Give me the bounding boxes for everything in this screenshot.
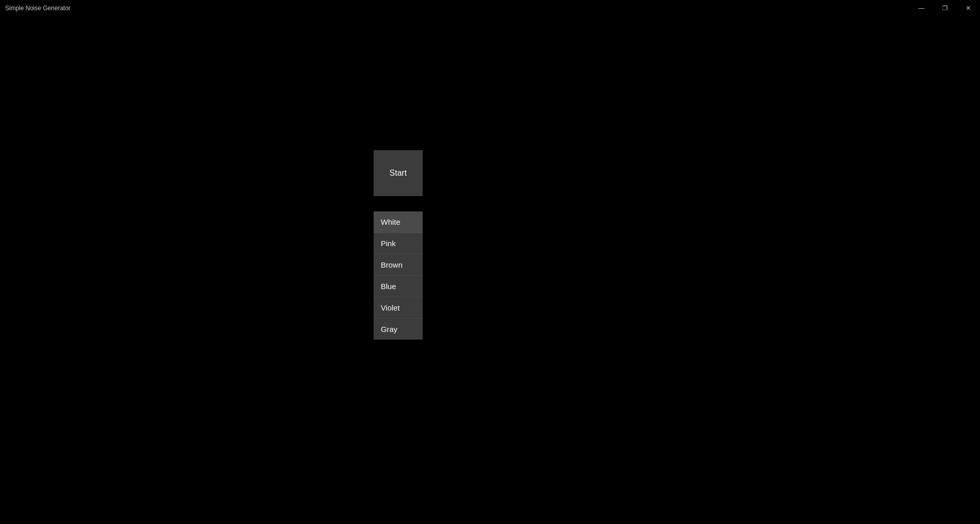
noise-type-violet[interactable]: Violet [374, 297, 423, 319]
noise-type-white[interactable]: White [374, 211, 423, 233]
noise-type-brown[interactable]: Brown [374, 254, 423, 276]
window-controls: — ❐ ✕ [910, 0, 980, 16]
main-content: Start WhitePinkBrownBlueVioletGray [0, 16, 980, 524]
noise-type-blue[interactable]: Blue [374, 276, 423, 297]
start-button[interactable]: Start [374, 150, 423, 196]
start-button-label: Start [389, 169, 407, 178]
center-panel: Start WhitePinkBrownBlueVioletGray [374, 150, 423, 340]
minimize-button[interactable]: — [910, 0, 933, 16]
noise-type-list: WhitePinkBrownBlueVioletGray [374, 211, 423, 340]
noise-type-gray[interactable]: Gray [374, 319, 423, 340]
maximize-button[interactable]: ❐ [933, 0, 957, 16]
app-title: Simple Noise Generator [5, 5, 70, 12]
noise-type-pink[interactable]: Pink [374, 233, 423, 254]
title-bar: Simple Noise Generator — ❐ ✕ [0, 0, 980, 16]
close-button[interactable]: ✕ [957, 0, 980, 16]
